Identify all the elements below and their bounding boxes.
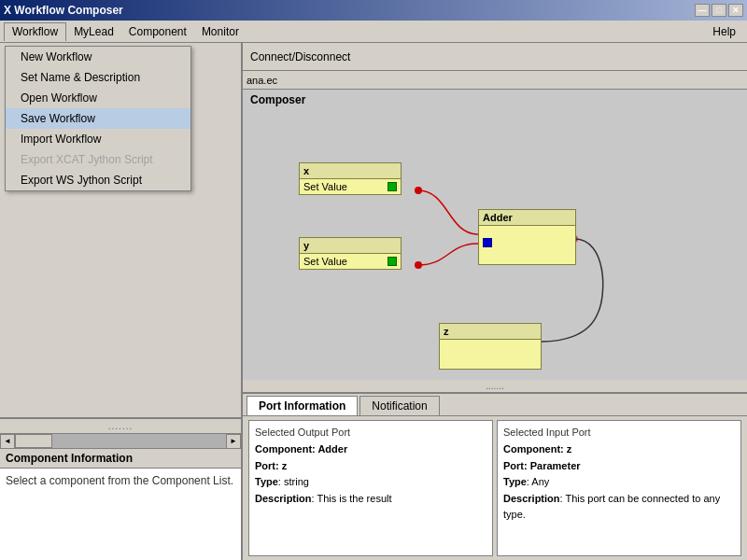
port-info-content: Selected Output Port Component: Adder Po… <box>243 416 747 560</box>
dropdown-import-workflow[interactable]: Import Workflow <box>6 129 190 149</box>
composer-area[interactable]: Composer x Set Value <box>243 90 747 380</box>
right-panel: Connect/Disconnect ana.ec Composer <box>243 43 747 560</box>
menu-bar: Workflow New Workflow Set Name & Descrip… <box>0 21 747 43</box>
connect-disconnect-label: Connect/Disconnect <box>250 50 350 63</box>
input-component-label: Component: z <box>503 443 571 455</box>
output-description: Description: This is the result <box>255 491 486 508</box>
input-type: Type: Any <box>503 474 735 491</box>
scroll-track[interactable] <box>15 434 226 448</box>
component-info-header: Component Information <box>0 449 241 469</box>
input-port-content: Component: z Port: Parameter Type: Any D… <box>503 441 735 524</box>
node-adder[interactable]: Adder <box>478 209 576 265</box>
input-description: Description: This port can be connected … <box>503 491 735 524</box>
svg-point-1 <box>415 261 422 269</box>
menu-item-help[interactable]: Help <box>705 23 743 40</box>
node-y-title: y <box>300 238 401 254</box>
maximize-button[interactable]: □ <box>712 4 726 17</box>
dropdown-save-workflow[interactable]: Save Workflow <box>6 108 190 129</box>
output-port-header: Selected Output Port <box>255 427 486 438</box>
menu-item-workflow[interactable]: Workflow New Workflow Set Name & Descrip… <box>4 22 66 41</box>
dropdown-export-ws[interactable]: Export WS Jython Script <box>6 170 190 190</box>
output-type: Type: string <box>255 474 486 491</box>
menu-item-mylead[interactable]: MyLead <box>66 23 121 40</box>
title-text: X Workflow Composer <box>4 4 123 17</box>
node-z-body <box>440 340 541 366</box>
tab-bar: Port Information Notification <box>243 394 747 416</box>
title-bar: X Workflow Composer — □ ✕ <box>0 0 747 21</box>
composer-label: Composer <box>250 93 305 106</box>
output-port-content: Component: Adder Port: z Type: string De… <box>255 441 486 507</box>
node-adder-input-port[interactable] <box>483 238 492 247</box>
dropdown-set-name[interactable]: Set Name & Description <box>6 67 190 88</box>
node-y-body: Set Value <box>300 254 401 269</box>
node-y-label: Set Value <box>303 256 347 267</box>
node-x-title: x <box>300 163 401 179</box>
scroll-thumb[interactable] <box>15 434 52 448</box>
scroll-left-arrow[interactable]: ◄ <box>0 434 15 449</box>
url-bar: ana.ec <box>243 71 747 90</box>
close-button[interactable]: ✕ <box>728 4 743 17</box>
menu-item-component[interactable]: Component <box>121 23 194 40</box>
input-port-panel: Selected Input Port Component: z Port: P… <box>497 420 741 556</box>
composer-scroll-indicator: ....... <box>243 380 747 392</box>
dropdown-export-xcat: Export XCAT Jython Script <box>6 149 190 170</box>
output-component-label: Component: Adder <box>255 443 347 455</box>
tab-port-information[interactable]: Port Information <box>247 396 358 415</box>
workflow-dropdown: New Workflow Set Name & Description Open… <box>5 46 191 191</box>
node-x-body: Set Value <box>300 179 401 194</box>
component-info: Component Information Select a component… <box>0 448 241 560</box>
node-x[interactable]: x Set Value <box>299 162 402 195</box>
node-x-label: Set Value <box>303 181 347 192</box>
node-y-output-port[interactable] <box>388 257 397 266</box>
input-port-label: Port: Parameter <box>503 460 581 471</box>
dropdown-open-workflow[interactable]: Open Workflow <box>6 88 190 108</box>
node-x-output-port[interactable] <box>388 182 397 191</box>
output-port-panel: Selected Output Port Component: Adder Po… <box>248 420 493 556</box>
menu-item-monitor[interactable]: Monitor <box>194 23 247 40</box>
minimize-button[interactable]: — <box>695 4 710 17</box>
svg-point-0 <box>415 187 422 194</box>
component-info-body: Select a component from the Component Li… <box>0 469 241 493</box>
tab-notification[interactable]: Notification <box>359 396 439 415</box>
input-port-header: Selected Input Port <box>503 427 735 438</box>
node-z-title: z <box>440 324 541 340</box>
toolbar-area: Connect/Disconnect <box>243 43 747 71</box>
node-adder-body <box>479 226 575 259</box>
node-z[interactable]: z <box>439 323 542 370</box>
node-adder-title: Adder <box>479 210 575 226</box>
scroll-indicator-mid: ....... <box>0 419 241 433</box>
output-port-label: Port: z <box>255 460 287 471</box>
scroll-right-arrow[interactable]: ► <box>226 434 241 449</box>
title-bar-controls: — □ ✕ <box>695 4 743 17</box>
dropdown-new-workflow[interactable]: New Workflow <box>6 47 190 67</box>
bottom-panel: Port Information Notification Selected O… <box>243 392 747 560</box>
url-bar-label: ana.ec <box>247 75 277 86</box>
node-y[interactable]: y Set Value <box>299 237 402 270</box>
h-scroll-bar[interactable]: ◄ ► <box>0 433 241 448</box>
